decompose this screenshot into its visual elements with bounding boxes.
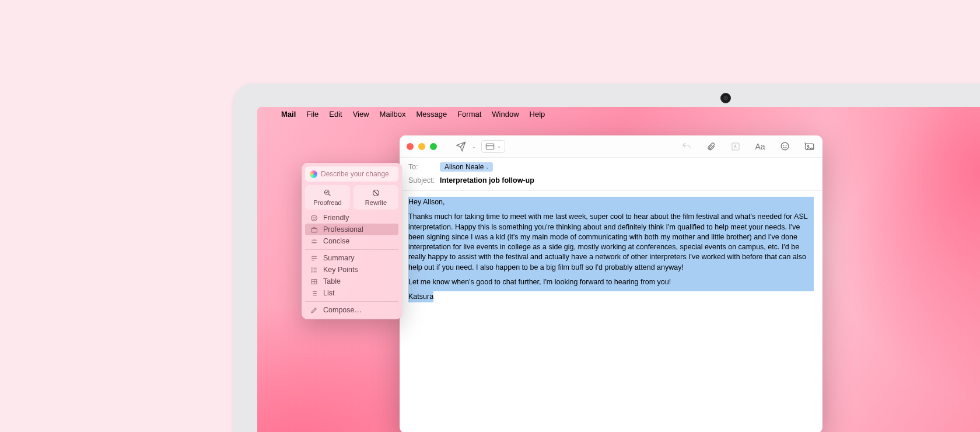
subject-input[interactable]: Interpretation job follow-up [440, 176, 534, 184]
macos-menubar: Mail File Edit View Mailbox Message Form… [257, 107, 980, 121]
separator [305, 249, 398, 250]
compress-icon [310, 238, 318, 245]
markup-icon[interactable] [729, 140, 742, 153]
body-greeting: Hey Alison, [408, 197, 814, 208]
format-label: Key Points [323, 266, 358, 274]
svg-line-9 [328, 194, 330, 196]
tone-label: Friendly [323, 214, 349, 222]
pencil-icon [310, 306, 318, 314]
body-paragraph-2: Let me know when's good to chat further,… [408, 277, 814, 288]
send-icon[interactable] [454, 140, 467, 153]
attachment-icon[interactable] [705, 140, 718, 153]
compose-body[interactable]: Hey Alison, Thanks much for taking time … [400, 191, 822, 308]
menubar-item-format[interactable]: Format [452, 110, 487, 119]
proofread-label: Proofread [313, 199, 341, 206]
menubar-item-file[interactable]: File [301, 110, 324, 119]
compose-header: To: Alison Neale ⌄ Subject: Interpretati… [400, 158, 822, 191]
svg-point-4 [783, 145, 784, 146]
writing-tools-panel: Describe your change Proofread Rewrite [302, 163, 402, 319]
body-paragraph-1: Thanks much for taking time to meet with… [408, 211, 814, 273]
svg-point-7 [807, 145, 808, 147]
svg-point-22 [312, 269, 312, 270]
reply-icon[interactable] [680, 140, 693, 153]
svg-point-21 [312, 267, 312, 268]
compose-label: Compose… [323, 306, 362, 314]
compose-titlebar: ⌄ ⌄ Aa [400, 135, 822, 158]
briefcase-icon [310, 226, 318, 234]
magnify-check-icon [323, 189, 332, 197]
subject-field-label: Subject: [408, 176, 440, 184]
menubar-item-mailbox[interactable]: Mailbox [374, 110, 411, 119]
menubar-item-edit[interactable]: Edit [324, 110, 347, 119]
smile-icon [310, 214, 318, 222]
format-label: Table [323, 277, 341, 285]
photo-browser-icon[interactable] [803, 140, 816, 153]
compose-option[interactable]: Compose… [305, 304, 398, 316]
recipient-chip[interactable]: Alison Neale ⌄ [440, 162, 493, 172]
window-close-button[interactable] [407, 143, 414, 150]
list-icon [310, 290, 318, 297]
svg-point-13 [313, 217, 313, 218]
tone-professional[interactable]: Professional [305, 224, 398, 235]
menubar-item-help[interactable]: Help [524, 110, 551, 119]
menubar-item-message[interactable]: Message [411, 110, 452, 119]
to-field-label: To: [408, 163, 440, 171]
format-key-points[interactable]: Key Points [305, 264, 398, 276]
desktop-screen: Mail File Edit View Mailbox Message Form… [257, 107, 980, 432]
window-minimize-button[interactable] [418, 143, 425, 150]
svg-rect-15 [311, 228, 317, 232]
intelligence-icon [310, 170, 317, 178]
format-label: List [323, 289, 334, 297]
proofread-button[interactable]: Proofread [305, 185, 350, 210]
body-signature: Katsura [408, 291, 433, 302]
tone-label: Professional [323, 225, 363, 234]
prompt-placeholder: Describe your change [321, 170, 389, 178]
menubar-item-window[interactable]: Window [487, 110, 524, 119]
tone-concise[interactable]: Concise [305, 235, 398, 247]
mail-compose-window: ⌄ ⌄ Aa [400, 135, 822, 432]
rewrite-button[interactable]: Rewrite [354, 185, 398, 210]
tone-label: Concise [323, 237, 349, 245]
menubar-app-name[interactable]: Mail [276, 110, 301, 119]
writing-tools-prompt-input[interactable]: Describe your change [305, 166, 398, 182]
header-fields-button[interactable]: ⌄ [481, 140, 505, 153]
bullets-icon [310, 266, 318, 274]
summary-icon [310, 255, 318, 262]
rewrite-label: Rewrite [365, 199, 387, 206]
svg-point-14 [314, 217, 315, 218]
send-options-chevron-icon[interactable]: ⌄ [470, 144, 479, 149]
svg-line-11 [374, 191, 379, 196]
format-label: Summary [323, 254, 354, 262]
svg-point-5 [786, 145, 786, 146]
tone-friendly[interactable]: Friendly [305, 212, 398, 224]
svg-point-3 [781, 142, 789, 150]
svg-point-23 [312, 271, 312, 272]
separator [305, 301, 398, 302]
camera-notch [720, 93, 731, 103]
svg-point-12 [311, 215, 317, 221]
recipient-name: Alison Neale [444, 163, 484, 171]
menubar-item-view[interactable]: View [348, 110, 374, 119]
format-button[interactable]: Aa [754, 140, 766, 153]
format-summary[interactable]: Summary [305, 252, 398, 264]
window-zoom-button[interactable] [430, 143, 437, 150]
emoji-icon[interactable] [778, 140, 791, 153]
rewrite-icon [372, 189, 380, 197]
svg-rect-0 [486, 144, 494, 149]
format-list[interactable]: List [305, 287, 398, 299]
format-table[interactable]: Table [305, 276, 398, 287]
table-icon [310, 278, 318, 285]
chevron-down-icon[interactable]: ⌄ [485, 165, 489, 170]
